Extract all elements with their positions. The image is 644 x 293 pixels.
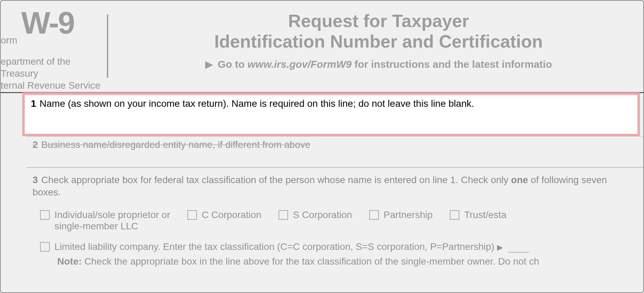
checkbox-s-corp[interactable]: S Corporation bbox=[278, 209, 352, 221]
goto-prefix: Go to bbox=[218, 59, 248, 70]
vertical-divider bbox=[107, 14, 108, 78]
checkbox-icon bbox=[40, 210, 50, 220]
checkbox-row: Individual/sole proprietor or single-mem… bbox=[26, 199, 643, 232]
checkbox-icon bbox=[369, 210, 379, 220]
title-line-2: Identification Number and Certification bbox=[214, 31, 543, 51]
line-3-number: 3 bbox=[33, 175, 38, 185]
note-text: Check the appropriate box in the line ab… bbox=[82, 256, 539, 267]
line-1-number: 1 bbox=[31, 98, 36, 109]
checkbox-individual[interactable]: Individual/sole proprietor or single-mem… bbox=[40, 209, 170, 232]
checkbox-c-corp-label: C Corporation bbox=[202, 209, 261, 221]
department-lines: epartment of the Treasury ternal Revenue… bbox=[1, 55, 107, 91]
checkbox-icon bbox=[40, 242, 50, 252]
dept-line-1: epartment of the Treasury bbox=[1, 55, 107, 79]
form-title: Request for Taxpayer Identification Numb… bbox=[121, 11, 636, 52]
checkbox-partnership-label: Partnership bbox=[384, 209, 433, 221]
llc-label: Limited liability company. Enter the tax… bbox=[54, 241, 529, 253]
form-header: orm W-9 epartment of the Treasury ternal… bbox=[1, 1, 643, 91]
checkbox-trust-label: Trust/esta bbox=[464, 209, 506, 221]
goto-url: www.irs.gov/FormW9 bbox=[248, 59, 352, 70]
checkbox-llc[interactable]: Limited liability company. Enter the tax… bbox=[40, 241, 636, 253]
title-block: Request for Taxpayer Identification Numb… bbox=[107, 8, 643, 91]
line-3: 3Check appropriate box for federal tax c… bbox=[26, 168, 643, 199]
form-id-block: orm W-9 epartment of the Treasury ternal… bbox=[1, 8, 107, 91]
line-3-part1: Check appropriate box for federal tax cl… bbox=[41, 175, 511, 185]
checkbox-icon bbox=[450, 210, 459, 220]
checkbox-partnership[interactable]: Partnership bbox=[369, 209, 433, 221]
form-body-area: tructions on page 3. r type. 1Name (as s… bbox=[1, 93, 643, 267]
checkbox-icon bbox=[187, 210, 197, 220]
line-1-text: 1Name (as shown on your income tax retur… bbox=[31, 98, 631, 109]
form-label: orm bbox=[1, 35, 17, 46]
dept-line-2: ternal Revenue Service bbox=[1, 79, 107, 91]
line-2-content: Business name/disregarded entity name, i… bbox=[41, 139, 310, 150]
line-2: 2Business name/disregarded entity name, … bbox=[26, 136, 643, 167]
checkbox-c-corp[interactable]: C Corporation bbox=[187, 209, 261, 221]
checkbox-trust-estate[interactable]: Trust/esta bbox=[450, 209, 506, 221]
goto-suffix: for instructions and the latest informat… bbox=[351, 59, 552, 70]
goto-line: ▶ Go to www.irs.gov/FormW9 for instructi… bbox=[121, 58, 636, 70]
checkbox-icon bbox=[278, 210, 288, 220]
llc-row: Limited liability company. Enter the tax… bbox=[26, 232, 643, 253]
checkbox-s-corp-label: S Corporation bbox=[293, 209, 352, 221]
triangle-icon: ▶ bbox=[205, 58, 213, 70]
line-2-number: 2 bbox=[33, 139, 38, 150]
line-1-content: Name (as shown on your income tax return… bbox=[40, 98, 474, 109]
form-body: 1Name (as shown on your income tax retur… bbox=[26, 93, 643, 267]
line-3-bold: one bbox=[511, 175, 528, 185]
checkbox-individual-label: Individual/sole proprietor or single-mem… bbox=[54, 209, 170, 232]
note-bold: Note: bbox=[57, 256, 82, 267]
line-1-highlight: 1Name (as shown on your income tax retur… bbox=[22, 92, 640, 136]
form-code: W-9 bbox=[21, 8, 107, 38]
triangle-icon: ▶ bbox=[497, 243, 503, 252]
title-line-1: Request for Taxpayer bbox=[288, 11, 469, 31]
note-row: Note: Check the appropriate box in the l… bbox=[26, 253, 643, 267]
